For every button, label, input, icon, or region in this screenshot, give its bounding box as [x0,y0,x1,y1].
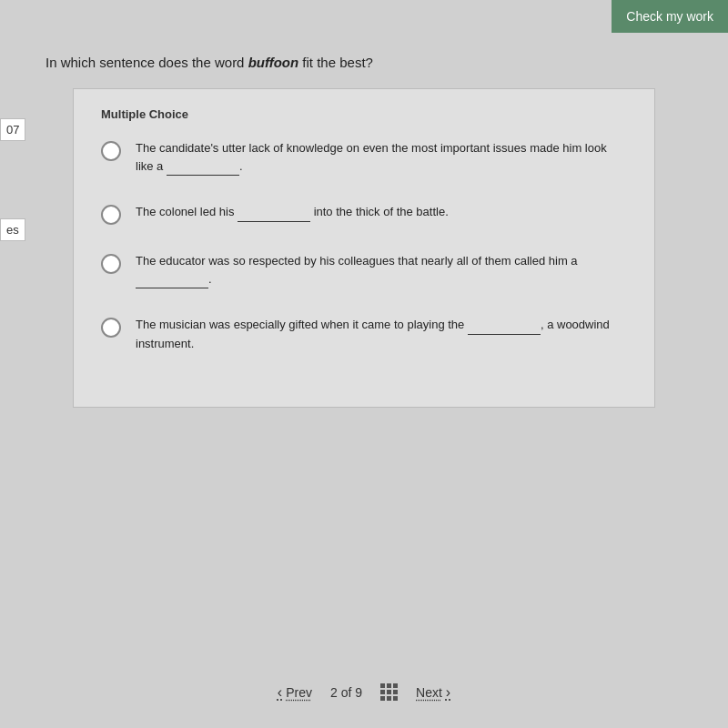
blank-1 [167,157,239,177]
prev-arrow-icon: ‹ [278,684,282,701]
option-text-1: The candidate's utter lack of knowledge … [136,139,627,176]
prev-button[interactable]: ‹ Prev [278,684,312,701]
grid-dot [380,690,385,694]
mc-title: Multiple Choice [101,107,627,121]
check-my-work-button[interactable]: Check my work [626,9,713,24]
radio-option-2[interactable] [101,205,121,225]
option-text-2: The colonel led his into the thick of th… [136,203,449,222]
blank-2 [238,203,310,222]
radio-option-3[interactable] [101,254,121,274]
grid-dot [387,696,391,701]
of-text: of [341,685,352,700]
mc-box: Multiple Choice The candidate's utter la… [73,88,655,408]
grid-dot [380,696,385,701]
question-text-before: In which sentence does the word [46,55,248,70]
top-bar: Check my work [612,0,728,33]
option-text-4: The musician was especially gifted when … [136,316,627,352]
side-label-es: es [0,218,25,241]
grid-dot [387,690,391,694]
next-label: Next [416,685,442,700]
total-pages: 9 [355,685,362,700]
blank-4 [468,316,541,335]
option-row-2: The colonel led his into the thick of th… [101,203,627,225]
next-button[interactable]: Next › [416,684,450,701]
radio-option-4[interactable] [101,318,121,338]
radio-option-1[interactable] [101,141,121,161]
grid-icon[interactable] [380,683,398,701]
grid-dot [393,696,398,701]
grid-dot [393,683,398,688]
side-label-07: 07 [0,118,25,141]
page-content: Check my work 07 es In which sentence do… [0,0,728,728]
question-area: In which sentence does the word buffoon … [0,0,728,426]
pagination: ‹ Prev 2 of 9 Next › [0,683,728,701]
question-text: In which sentence does the word buffoon … [46,55,682,70]
option-row-4: The musician was especially gifted when … [101,316,627,352]
grid-dot [393,690,398,694]
option-row-1: The candidate's utter lack of knowledge … [101,139,627,176]
current-page: 2 [330,685,338,700]
question-text-after: fit the best? [298,55,373,70]
blank-3 [136,270,208,289]
option-row-3: The educator was so respected by his col… [101,252,627,288]
grid-dot [380,683,385,688]
next-arrow-icon: › [446,684,450,701]
page-indicator: 2 of 9 [330,685,362,700]
prev-label: Prev [286,685,312,700]
option-text-3: The educator was so respected by his col… [136,252,627,288]
grid-dot [387,683,391,688]
question-keyword: buffoon [248,55,299,70]
